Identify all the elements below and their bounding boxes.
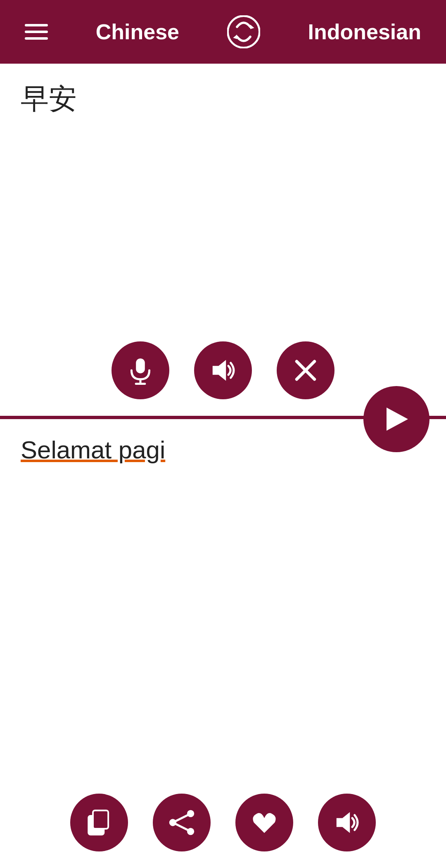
favorite-button[interactable] xyxy=(235,794,293,851)
microphone-button[interactable] xyxy=(112,341,169,399)
svg-marker-2 xyxy=(233,34,237,39)
svg-point-0 xyxy=(228,16,259,48)
translated-text: Selamat pagi xyxy=(21,436,165,464)
copy-button[interactable] xyxy=(70,794,128,851)
output-section: Selamat pagi xyxy=(0,419,446,868)
speak-input-button[interactable] xyxy=(194,341,252,399)
source-language-label[interactable]: Chinese xyxy=(96,19,179,44)
input-section: 早安 xyxy=(0,64,446,419)
app-header: Chinese Indonesian xyxy=(0,0,446,64)
svg-rect-3 xyxy=(136,358,145,373)
menu-button[interactable] xyxy=(25,24,48,40)
swap-languages-button[interactable] xyxy=(227,15,260,48)
clear-input-button[interactable] xyxy=(277,341,334,399)
svg-marker-1 xyxy=(250,24,254,29)
share-button[interactable] xyxy=(153,794,211,851)
speak-output-button[interactable] xyxy=(318,794,376,851)
input-text[interactable]: 早安 xyxy=(0,64,446,350)
target-language-label[interactable]: Indonesian xyxy=(308,19,421,44)
svg-rect-13 xyxy=(93,811,108,828)
svg-marker-9 xyxy=(387,408,408,431)
output-text: Selamat pagi xyxy=(0,419,446,794)
input-section-wrapper: 早安 xyxy=(0,64,446,419)
output-action-buttons xyxy=(0,794,446,851)
svg-marker-6 xyxy=(213,360,226,381)
send-translate-button[interactable] xyxy=(363,386,429,452)
svg-line-18 xyxy=(173,823,190,832)
svg-line-17 xyxy=(173,813,190,823)
svg-marker-19 xyxy=(337,812,350,833)
